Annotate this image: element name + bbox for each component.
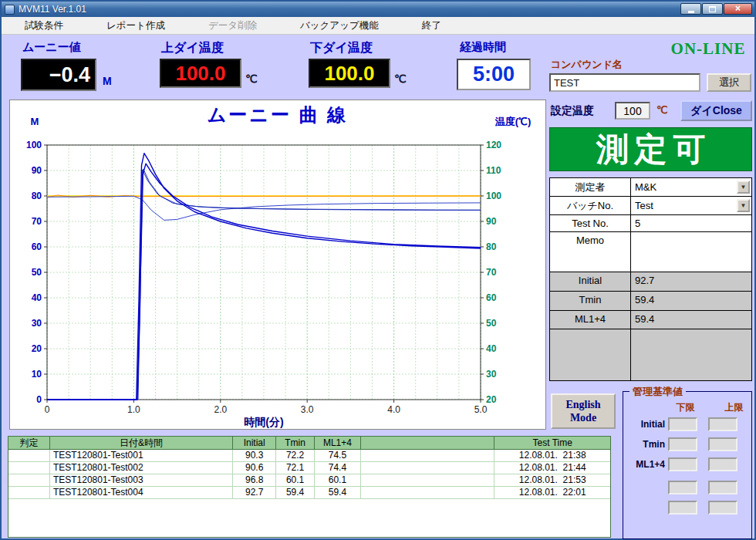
initial-value: 92.7 — [631, 272, 751, 291]
compound-name-input[interactable]: TEST — [549, 73, 700, 92]
app-window: MVM11 Ver.1.01 × 試験条件レポート作成データ削除バックアップ機能… — [0, 0, 756, 540]
svg-text:M: M — [31, 116, 39, 127]
limits-row: ML1+4 — [623, 457, 751, 472]
results-cell: 12.08.01. 21:53 — [494, 474, 610, 486]
chevron-down-icon[interactable]: ▼ — [737, 199, 750, 212]
chevron-down-icon[interactable]: ▼ — [737, 181, 750, 194]
elapsed-time-label: 経過時間 — [460, 40, 506, 55]
results-cell: 96.8 — [233, 474, 276, 486]
limit-input-lower[interactable] — [668, 417, 697, 431]
limits-row: Tmin — [623, 437, 751, 452]
results-cell: 74.4 — [315, 462, 361, 474]
svg-text:90: 90 — [32, 165, 42, 176]
batch-no-dropdown[interactable]: Test ▼ — [631, 197, 751, 214]
limits-row-label: Tmin — [628, 439, 668, 450]
minimize-button[interactable] — [680, 3, 701, 15]
lower-die-label: 下ダイ温度 — [310, 40, 373, 56]
menu-item[interactable]: レポート作成 — [96, 17, 176, 35]
limit-input-lower[interactable] — [668, 457, 697, 471]
set-temp-label: 設定温度 — [551, 104, 594, 118]
close-button[interactable]: × — [724, 3, 752, 15]
results-header-cell — [361, 437, 495, 449]
lower-die-unit: ℃ — [394, 73, 407, 85]
limit-input-upper[interactable] — [708, 501, 737, 515]
svg-text:0: 0 — [36, 394, 42, 405]
results-cell — [361, 474, 495, 486]
limit-input-lower[interactable] — [668, 501, 697, 515]
operator-dropdown[interactable]: M&K ▼ — [631, 178, 751, 196]
maximize-icon — [709, 6, 716, 12]
upper-limit-header: 上限 — [720, 401, 748, 414]
operator-label: 測定者 — [550, 178, 631, 196]
results-cell: TEST120801-Test004 — [50, 487, 233, 498]
menu-item[interactable]: 終了 — [411, 17, 452, 35]
die-close-button[interactable]: ダイClose — [680, 100, 752, 121]
table-row[interactable]: TEST120801-Test00396.860.160.112.08.01. … — [8, 474, 610, 487]
lower-die-display: 100.0 — [309, 59, 390, 88]
mooney-value-label: ムーニー値 — [22, 40, 81, 55]
memo-input[interactable] — [631, 232, 751, 272]
measurement-ready-banner: 測定可 — [549, 127, 752, 171]
mooney-value-display: −0.4 — [21, 59, 96, 91]
menu-item[interactable]: バックアップ機能 — [289, 17, 390, 35]
results-cell: 92.7 — [233, 487, 276, 498]
results-cell — [8, 462, 50, 474]
series-mooney-test003 — [47, 154, 481, 400]
limit-input-lower[interactable] — [668, 481, 697, 494]
ml14-value: 59.4 — [631, 311, 751, 329]
elapsed-time-display: 5:00 — [457, 59, 531, 90]
upper-die-value: 100.0 — [175, 62, 225, 86]
limits-headers: 下限 上限 — [671, 401, 748, 414]
menu-item: データ削除 — [197, 17, 268, 35]
svg-text:30: 30 — [486, 369, 497, 380]
limit-input-upper[interactable] — [708, 417, 737, 431]
menu-bar: 試験条件レポート作成データ削除バックアップ機能終了 — [2, 17, 754, 35]
results-header-cell: 日付&時間 — [50, 437, 233, 449]
results-cell: TEST120801-Test002 — [50, 462, 233, 474]
limit-input-upper[interactable] — [708, 437, 737, 451]
test-no-value[interactable]: 5 — [631, 215, 751, 231]
english-mode-button[interactable]: English Mode — [551, 393, 616, 429]
results-cell: 12.08.01. 22:01 — [494, 487, 610, 498]
limits-rows: InitialTminML1+4 — [623, 417, 751, 520]
limit-input-upper[interactable] — [708, 457, 737, 471]
maximize-button[interactable] — [702, 3, 723, 15]
results-cell: 12.08.01. 21:44 — [494, 462, 610, 474]
table-row[interactable]: TEST120801-Test00492.759.459.412.08.01. … — [8, 487, 610, 499]
results-cell — [8, 450, 50, 461]
svg-text:温度(℃): 温度(℃) — [494, 116, 532, 127]
svg-text:50: 50 — [486, 318, 497, 329]
results-body: TEST120801-Test00190.372.274.512.08.01. … — [8, 450, 610, 499]
app-body: ムーニー値 −0.4 M 上ダイ温度 100.0 ℃ 下ダイ温度 100.0 ℃… — [2, 35, 754, 538]
compound-name-label: コンパウンド名 — [551, 58, 623, 72]
results-header-cell: Initial — [233, 437, 276, 449]
measurement-fields: 測定者 M&K ▼ バッチNo. Test ▼ Test No. 5 Memo — [549, 177, 752, 381]
results-cell: 60.1 — [315, 474, 361, 486]
title-bar[interactable]: MVM11 Ver.1.01 × — [2, 2, 754, 17]
svg-text:時間(分): 時間(分) — [244, 416, 283, 428]
table-row[interactable]: TEST120801-Test00290.672.174.412.08.01. … — [8, 462, 610, 474]
online-status: ON-LINE — [663, 39, 753, 59]
compound-select-button[interactable]: 選択 — [707, 73, 751, 92]
results-cell — [8, 487, 50, 498]
measurement-ready-text: 測定可 — [590, 128, 712, 171]
limit-input-lower[interactable] — [668, 437, 697, 451]
operator-value: M&K — [635, 181, 656, 193]
svg-text:2.0: 2.0 — [214, 404, 227, 415]
limit-input-upper[interactable] — [708, 481, 737, 494]
svg-text:80: 80 — [486, 241, 497, 252]
table-row[interactable]: TEST120801-Test00190.372.274.512.08.01. … — [8, 450, 610, 462]
limits-row-label: Initial — [628, 419, 668, 430]
results-table: 判定日付&時間InitialTminML1+4Test Time TEST120… — [8, 436, 611, 538]
svg-text:20: 20 — [32, 343, 42, 354]
results-header-cell: Tmin — [276, 437, 315, 449]
mooney-chart-panel: ムーニー 曲 線 0102030405060708090100203040506… — [9, 100, 546, 430]
svg-text:40: 40 — [32, 292, 42, 303]
svg-text:60: 60 — [32, 241, 42, 252]
set-temp-input[interactable]: 100 — [615, 102, 650, 120]
menu-item[interactable]: 試験条件 — [14, 17, 74, 35]
fields-filler — [631, 329, 751, 380]
results-cell — [8, 474, 50, 486]
results-cell: 59.4 — [276, 487, 315, 498]
svg-text:110: 110 — [486, 165, 501, 176]
